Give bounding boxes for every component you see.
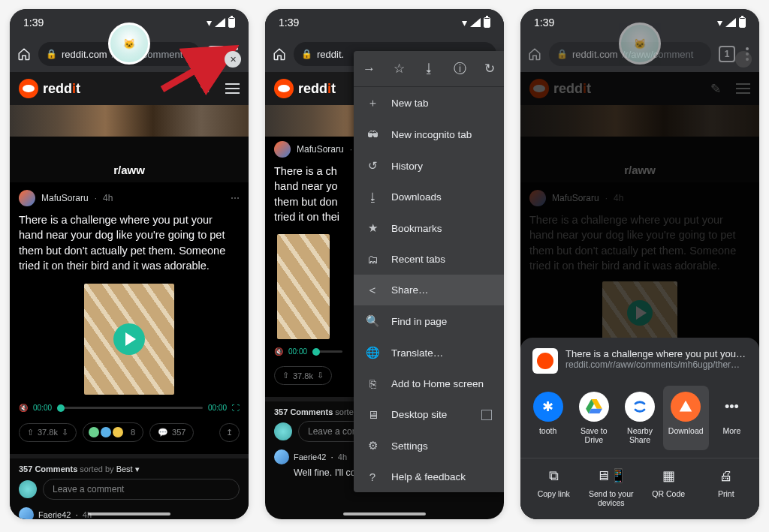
share-sheet: There is a challenge where you put your …: [520, 338, 759, 519]
help-icon: ?: [366, 470, 379, 483]
wifi-icon: ▾: [462, 17, 467, 29]
forward-icon[interactable]: →: [363, 62, 375, 77]
compose-icon[interactable]: ✎: [200, 81, 210, 97]
post-author-avatar[interactable]: [19, 190, 35, 206]
url-host: reddit.: [317, 49, 344, 60]
home-indicator[interactable]: [88, 512, 170, 515]
video-controls: 🔇 00:00 00:00 ⛶: [19, 399, 240, 419]
post-actions: ⇧ 37.8k ⇩ 8 💬 357 ↥: [19, 419, 240, 448]
close-icon[interactable]: ✕: [225, 51, 241, 68]
copy-link[interactable]: ⧉ Copy link: [525, 467, 583, 507]
menu-find[interactable]: 🔍Find in page: [354, 305, 504, 337]
commenter-avatar[interactable]: [19, 507, 34, 519]
menu-share[interactable]: <Share…: [354, 275, 504, 305]
upvote-pill[interactable]: ⇧ 37.8k ⇩: [19, 423, 77, 442]
menu-recent-tabs[interactable]: 🗂Recent tabs: [354, 244, 504, 275]
post-age: 4h: [103, 193, 113, 203]
history-icon: ↺: [366, 159, 379, 173]
post-author-avatar[interactable]: [274, 141, 291, 158]
menu-help[interactable]: ?Help & feedback: [354, 461, 504, 492]
search-icon: 🔍: [366, 314, 379, 328]
aptoide-icon: [671, 392, 701, 422]
share-targets: ✱ tooth Save to Drive Nearby Share Down: [520, 383, 759, 458]
post-author[interactable]: MafuSoraru: [41, 193, 89, 203]
home-icon[interactable]: [17, 47, 31, 61]
comments-header: 357 Comments sorted by Best ▾: [19, 464, 240, 479]
comment: Faerie42 · 4h Well fine. I'll come to yo…: [19, 500, 240, 519]
my-avatar: [274, 422, 292, 440]
share-nearby[interactable]: Nearby Share: [617, 386, 662, 450]
menu-history[interactable]: ↺History: [354, 150, 504, 182]
comments-pill[interactable]: 💬 357: [149, 423, 194, 442]
reddit-logo[interactable]: reddit: [274, 79, 336, 98]
share-url: reddit.com/r/aww/comments/mh6ugp/ther…: [565, 359, 747, 370]
share-actions: ⧉ Copy link 🖥📱 Send to your devices ▦ QR…: [520, 458, 759, 512]
subreddit-avatar: 🐱: [108, 23, 150, 65]
video-player[interactable]: [19, 279, 240, 399]
send-to-devices[interactable]: 🖥📱 Send to your devices: [583, 467, 641, 507]
signal-icon: [725, 18, 736, 27]
fullscreen-icon[interactable]: ⛶: [232, 404, 240, 412]
menu-desktop[interactable]: 🖥Desktop site: [354, 399, 504, 430]
refresh-icon[interactable]: ↻: [484, 61, 495, 77]
upvote-pill[interactable]: ⇧ 37.8k ⇩: [274, 366, 332, 385]
menu-settings[interactable]: ⚙Settings: [354, 430, 504, 461]
share-drive[interactable]: Save to Drive: [571, 386, 617, 450]
mute-icon[interactable]: 🔇: [19, 404, 28, 412]
menu-downloads[interactable]: ⭳Downloads: [354, 182, 504, 212]
play-icon[interactable]: [113, 323, 145, 355]
star-icon[interactable]: ☆: [394, 61, 405, 77]
home-indicator[interactable]: [343, 512, 426, 515]
reddit-wordmark: reddit: [298, 81, 336, 97]
menu-bookmarks[interactable]: ★Bookmarks: [354, 212, 504, 244]
info-icon[interactable]: ⓘ: [454, 60, 466, 77]
mute-icon[interactable]: 🔇: [274, 347, 283, 356]
download-icon[interactable]: ⭳: [423, 62, 436, 77]
home-icon[interactable]: [528, 47, 541, 61]
status-icons: ▾: [207, 17, 235, 29]
menu-new-tab[interactable]: ＋New tab: [354, 87, 504, 119]
qr-code[interactable]: ▦ QR Code: [640, 467, 698, 507]
share-download[interactable]: Download: [663, 386, 709, 450]
print[interactable]: 🖨 Print: [698, 467, 755, 507]
copy-icon: ⧉: [549, 467, 559, 484]
seek-bar[interactable]: [312, 350, 342, 353]
menu-add-home[interactable]: ⎘Add to Home screen: [354, 368, 504, 399]
tabs-button[interactable]: 1: [719, 46, 735, 62]
share-bluetooth[interactable]: ✱ tooth: [525, 386, 571, 450]
subreddit-name: r/aww: [10, 137, 249, 182]
drive-icon: [579, 392, 609, 422]
share-more[interactable]: ••• More: [709, 386, 755, 450]
status-bar: 1:39 ▾: [265, 9, 504, 36]
seek-bar[interactable]: [57, 407, 203, 409]
reddit-wordmark: reddit: [43, 81, 80, 97]
sort-dropdown[interactable]: Best ▾: [116, 464, 140, 473]
time-current: 00:00: [288, 347, 307, 356]
reddit-logo[interactable]: reddit: [19, 79, 80, 98]
battery-icon: [228, 17, 235, 28]
post-meta: MafuSoraru · 4h ⋯: [19, 185, 240, 211]
add-home-icon: ⎘: [366, 377, 379, 390]
menu-translate[interactable]: 🌐Translate…: [354, 337, 504, 368]
commenter-name[interactable]: Faerie42: [38, 510, 71, 519]
more-icon: •••: [716, 392, 746, 422]
desktop-checkbox[interactable]: [481, 410, 492, 420]
commenter-name[interactable]: Faerie42: [294, 452, 326, 461]
comment-input-row: Leave a comment: [19, 479, 240, 500]
menu-incognito[interactable]: 🕶New incognito tab: [354, 119, 504, 150]
time-total: 00:00: [208, 404, 227, 412]
commenter-avatar[interactable]: [274, 449, 289, 464]
comment-input[interactable]: Leave a comment: [43, 479, 240, 500]
hamburger-icon[interactable]: [225, 83, 240, 94]
plus-icon: ＋: [366, 96, 379, 110]
nearby-icon: [625, 392, 655, 422]
home-icon[interactable]: [273, 47, 286, 61]
lock-icon: 🔒: [46, 49, 57, 59]
share-icon[interactable]: ↥: [219, 423, 240, 442]
awards-pill[interactable]: 8: [83, 422, 143, 442]
close-icon[interactable]: [735, 51, 752, 68]
download-icon: ⭳: [366, 191, 379, 203]
post-author[interactable]: MafuSoraru: [297, 144, 344, 155]
post-overflow-icon[interactable]: ⋯: [231, 193, 240, 203]
tabs-button[interactable]: 1: [208, 46, 225, 62]
